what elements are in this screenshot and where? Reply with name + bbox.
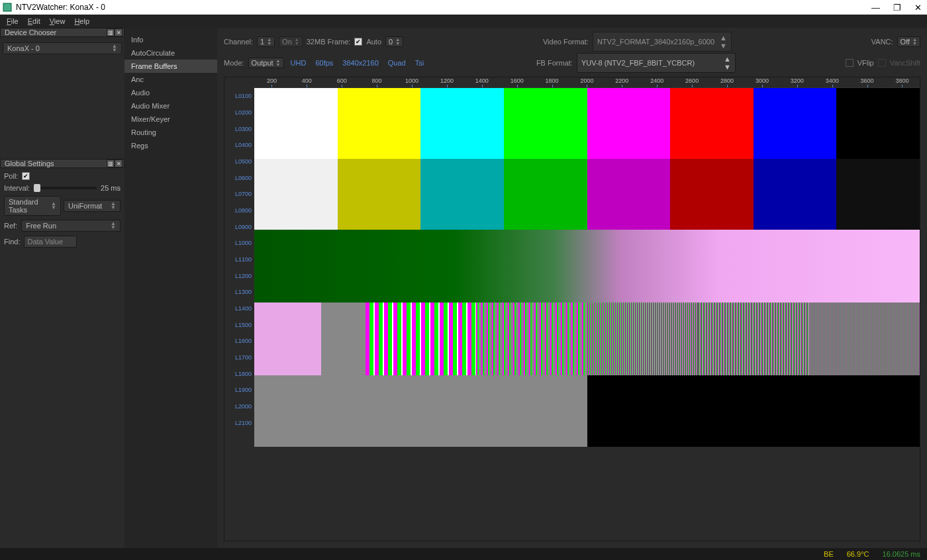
find-label: Find:	[4, 238, 20, 246]
ruler-tick: L1300	[224, 284, 254, 301]
nav-sidebar: InfoAutoCirculateFrame BuffersAncAudioAu…	[124, 28, 217, 548]
ruler-tick: L0700	[224, 186, 254, 203]
ruler-tick: L0400	[224, 137, 254, 154]
ruler-tick: L0100	[224, 88, 254, 105]
nav-item-info[interactable]: Info	[124, 33, 217, 46]
app-icon	[3, 3, 12, 12]
menu-edit[interactable]: Edit	[24, 16, 44, 26]
uniformat-select[interactable]: UniFormat ▲▼	[64, 200, 121, 212]
ref-label: Ref:	[4, 222, 17, 230]
ruler-tick: 3400	[814, 77, 850, 88]
nav-item-autocirculate[interactable]: AutoCirculate	[124, 46, 217, 60]
ruler-tick: L0600	[224, 169, 254, 186]
ruler-tick: 600	[324, 77, 360, 88]
ref-select[interactable]: Free Run ▲▼	[21, 220, 121, 232]
vflip-checkbox[interactable]	[846, 59, 854, 67]
ruler-tick: 2800	[710, 77, 745, 88]
maximize-button[interactable]: ❐	[893, 3, 901, 13]
ruler-tick: L1700	[224, 350, 254, 366]
ruler-tick: L1900	[224, 382, 254, 398]
auto-checkbox[interactable]: ✔	[354, 38, 362, 46]
find-input[interactable]: Data Value	[24, 236, 77, 248]
ruler-tick: L1400	[224, 301, 254, 317]
ruler-tick: L0500	[224, 154, 254, 170]
ruler-tick: 400	[289, 77, 324, 88]
colorbar-cell	[420, 159, 504, 230]
mode-select[interactable]: Output▲▼	[248, 58, 284, 68]
ruler-tick: 1600	[499, 77, 534, 88]
colorbar-cell	[587, 159, 671, 230]
nav-item-audio[interactable]: Audio	[124, 86, 217, 99]
ruler-tick: L1200	[224, 267, 254, 284]
close-panel-icon[interactable]: ✕	[115, 160, 122, 167]
status-ms: 16.0625 ms	[883, 550, 920, 558]
vancshift-checkbox[interactable]	[878, 59, 886, 67]
close-panel-icon[interactable]: ✕	[115, 28, 122, 36]
vanc-select[interactable]: Off▲▼	[897, 36, 920, 47]
nav-item-routing[interactable]: Routing	[124, 126, 217, 139]
colorbar-cell	[254, 159, 338, 230]
ruler-tick: 3200	[779, 77, 814, 88]
ruler-tick: 2600	[675, 77, 710, 88]
nav-item-frame-buffers[interactable]: Frame Buffers	[124, 60, 217, 73]
on-select[interactable]: On▲▼	[279, 36, 303, 47]
ruler-tick: 800	[360, 77, 395, 88]
ruler-tick: 3600	[850, 77, 885, 88]
toolbar-row-1: Channel: 1▲▼ On▲▼ 32MB Frame: ✔ Auto 0▲▼…	[217, 28, 927, 53]
menu-file[interactable]: File	[3, 16, 23, 26]
detach-icon[interactable]: ▥	[107, 160, 115, 167]
menu-view[interactable]: View	[46, 16, 70, 26]
close-button[interactable]: ✕	[914, 3, 922, 13]
video-format-select[interactable]: NTV2_FORMAT_3840x2160p_6000▲▼	[593, 32, 732, 52]
ruler-tick: 3000	[744, 77, 779, 88]
minimize-button[interactable]: —	[871, 3, 880, 13]
window-title: NTV2Watcher: KonaX - 0	[16, 3, 105, 12]
fb-format-select[interactable]: YUV-8 (NTV2_FBF_8BIT_YCBCR)▲▼	[577, 53, 736, 73]
interval-slider[interactable]	[34, 187, 97, 189]
ruler-tick: L1600	[224, 333, 254, 350]
ruler-tick: L0800	[224, 203, 254, 219]
colorbar-cell	[338, 159, 421, 230]
tag-fps: 60fps	[313, 59, 336, 67]
ruler-tick: L0900	[224, 218, 254, 235]
colorbar-cell	[670, 88, 754, 159]
global-settings-header: Global Settings ▥ ✕	[0, 159, 124, 168]
colorbar-cell	[587, 88, 671, 159]
colorbar-cell	[504, 159, 587, 230]
colorbar-cell	[254, 88, 338, 159]
ruler-tick: L0300	[224, 120, 254, 137]
auto-value-stepper[interactable]: 0▲▼	[385, 36, 403, 47]
ruler-tick: L1500	[224, 316, 254, 333]
nav-item-regs[interactable]: Regs	[124, 139, 217, 152]
nav-item-mixer-keyer[interactable]: Mixer/Keyer	[124, 113, 217, 126]
tag-quad: Quad	[385, 59, 409, 67]
ruler-tick: L1800	[224, 365, 254, 382]
colorbar-cell	[754, 88, 837, 159]
tag-res: 3840x2160	[340, 59, 381, 67]
channel-select[interactable]: 1▲▼	[257, 36, 275, 47]
colorbar-cell	[504, 88, 587, 159]
device-select[interactable]: KonaX - 0 ▲▼	[3, 42, 122, 54]
frame-buffer-image	[254, 88, 920, 431]
updown-icon: ▲▼	[112, 44, 117, 52]
interval-value: 25 ms	[101, 184, 121, 192]
ruler-tick: 2400	[640, 77, 675, 88]
status-temp: 66.9°C	[847, 550, 869, 558]
ruler-tick: 2000	[569, 77, 605, 88]
status-be: BE	[824, 550, 834, 558]
colorbar-cell	[670, 159, 754, 230]
nav-item-anc[interactable]: Anc	[124, 73, 217, 86]
menu-help[interactable]: Help	[70, 16, 93, 26]
ruler-tick: 1000	[395, 77, 430, 88]
colorbar-cell	[338, 88, 421, 159]
nav-item-audio-mixer[interactable]: Audio Mixer	[124, 99, 217, 113]
tag-uhd: UHD	[288, 59, 309, 67]
ruler-tick: L0200	[224, 105, 254, 121]
detach-icon[interactable]: ▥	[107, 28, 115, 36]
colorbar-cell	[420, 88, 504, 159]
tasks-select[interactable]: Standard Tasks ▲▼	[4, 196, 61, 216]
device-chooser-header: Device Chooser ▥ ✕	[0, 28, 124, 37]
poll-checkbox[interactable]: ✔	[22, 172, 30, 180]
ruler-tick: 1200	[429, 77, 464, 88]
frame-buffer-canvas[interactable]: 2004006008001000120014001600180020002200…	[224, 77, 920, 541]
